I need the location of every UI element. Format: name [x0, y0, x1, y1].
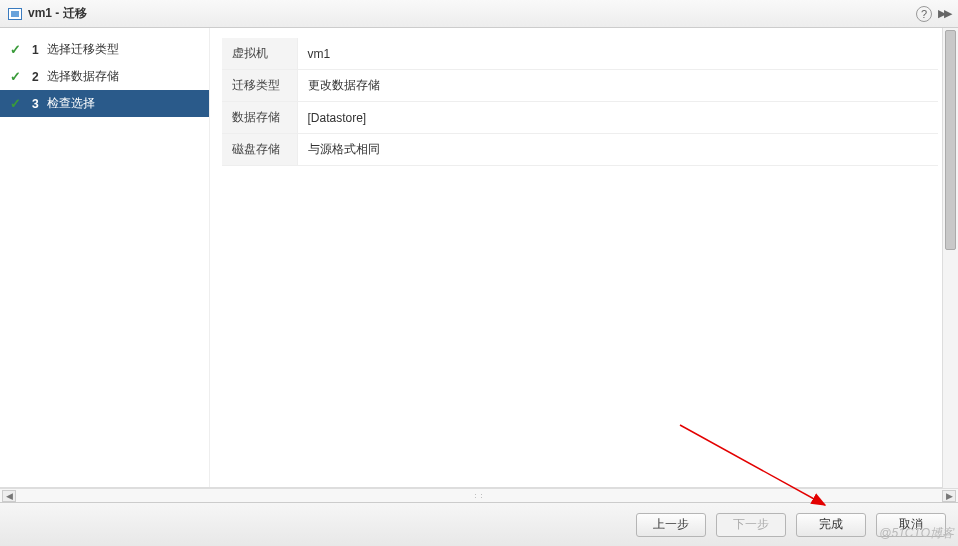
table-row: 虚拟机 vm1 [222, 38, 938, 70]
summary-label: 磁盘存储 [222, 134, 297, 166]
summary-value: 更改数据存储 [297, 70, 938, 102]
step-number: 2 [32, 70, 39, 84]
step-number: 1 [32, 43, 39, 57]
summary-label: 数据存储 [222, 102, 297, 134]
watermark: @51CTO博客 [879, 525, 954, 542]
wizard-step-3[interactable]: ✓ 3 检查选择 [0, 90, 209, 117]
vertical-scrollbar[interactable] [942, 28, 958, 488]
wizard-step-2[interactable]: ✓ 2 选择数据存储 [0, 63, 209, 90]
scroll-left-icon[interactable]: ◀ [2, 490, 16, 502]
step-label: 选择迁移类型 [47, 41, 119, 58]
scrollbar-thumb[interactable] [945, 30, 956, 250]
check-icon: ✓ [10, 42, 24, 57]
resize-grip-icon[interactable]: : : [474, 491, 484, 500]
titlebar: vm1 - 迁移 ? ▶▶ [0, 0, 958, 28]
titlebar-right: ? ▶▶ [916, 6, 950, 22]
expand-icon[interactable]: ▶▶ [938, 7, 950, 20]
table-row: 磁盘存储 与源格式相同 [222, 134, 938, 166]
table-row: 迁移类型 更改数据存储 [222, 70, 938, 102]
summary-value: 与源格式相同 [297, 134, 938, 166]
vm-icon [8, 8, 22, 20]
finish-button[interactable]: 完成 [796, 513, 866, 537]
next-button: 下一步 [716, 513, 786, 537]
step-number: 3 [32, 97, 39, 111]
check-icon: ✓ [10, 96, 24, 111]
back-button[interactable]: 上一步 [636, 513, 706, 537]
step-label: 检查选择 [47, 95, 95, 112]
horizontal-scrollbar[interactable]: ◀ : : ▶ [0, 488, 958, 502]
wizard-footer: 上一步 下一步 完成 取消 [0, 502, 958, 546]
window-title: vm1 - 迁移 [28, 5, 87, 22]
wizard-content: 虚拟机 vm1 迁移类型 更改数据存储 数据存储 [Datastore] 磁盘存… [210, 28, 958, 487]
summary-label: 迁移类型 [222, 70, 297, 102]
summary-table: 虚拟机 vm1 迁移类型 更改数据存储 数据存储 [Datastore] 磁盘存… [222, 38, 938, 166]
wizard-step-1[interactable]: ✓ 1 选择迁移类型 [0, 36, 209, 63]
main-area: ✓ 1 选择迁移类型 ✓ 2 选择数据存储 ✓ 3 检查选择 虚拟机 vm1 迁… [0, 28, 958, 488]
summary-label: 虚拟机 [222, 38, 297, 70]
table-row: 数据存储 [Datastore] [222, 102, 938, 134]
check-icon: ✓ [10, 69, 24, 84]
scroll-right-icon[interactable]: ▶ [942, 490, 956, 502]
help-icon[interactable]: ? [916, 6, 932, 22]
titlebar-left: vm1 - 迁移 [8, 5, 87, 22]
summary-value: vm1 [297, 38, 938, 70]
step-label: 选择数据存储 [47, 68, 119, 85]
summary-value: [Datastore] [297, 102, 938, 134]
wizard-sidebar: ✓ 1 选择迁移类型 ✓ 2 选择数据存储 ✓ 3 检查选择 [0, 28, 210, 487]
